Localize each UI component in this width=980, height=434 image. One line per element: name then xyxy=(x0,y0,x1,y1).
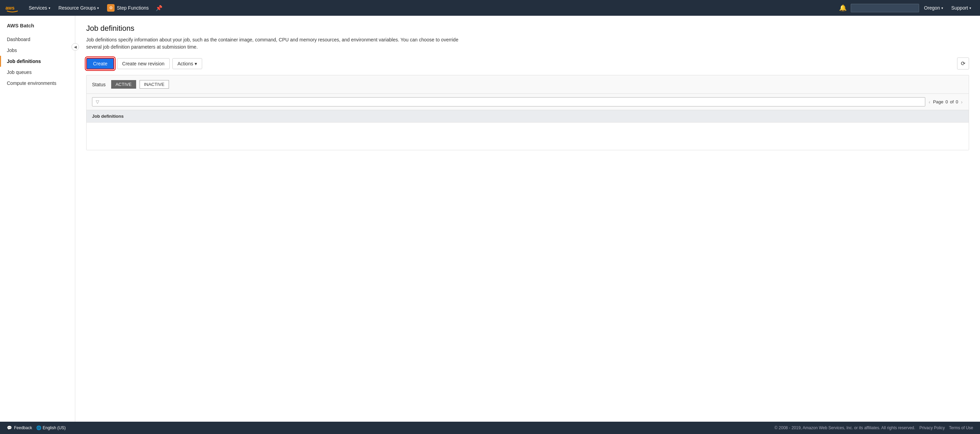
refresh-button[interactable]: ⟳ xyxy=(957,57,969,70)
page-current: 0 xyxy=(945,99,948,104)
language-selector[interactable]: 🌐 English (US) xyxy=(36,426,66,430)
sidebar: AWS Batch ◀ Dashboard Jobs Job definitio… xyxy=(0,16,75,422)
actions-button[interactable]: Actions ▾ xyxy=(172,58,202,69)
services-menu[interactable]: Services ▾ xyxy=(25,0,54,16)
step-functions-icon: ⚙ xyxy=(107,4,115,12)
toolbar: Create Create new revision Actions ▾ ⟳ xyxy=(86,57,969,70)
copyright-text: © 2008 - 2019, Amazon Web Services, Inc.… xyxy=(775,426,915,430)
feedback-chat-icon: 💬 xyxy=(7,426,12,430)
global-search-input[interactable] xyxy=(851,4,919,12)
region-caret: ▾ xyxy=(941,6,943,10)
sidebar-item-dashboard[interactable]: Dashboard xyxy=(0,34,75,45)
table-body xyxy=(86,123,969,150)
table-container: Status ACTIVE INACTIVE ▽ ‹ Page 0 of 0 › xyxy=(86,75,969,150)
resource-groups-caret: ▾ xyxy=(97,6,99,10)
inactive-status-button[interactable]: INACTIVE xyxy=(140,80,169,89)
footer: 💬 Feedback 🌐 English (US) © 2008 - 2019,… xyxy=(0,422,980,434)
globe-icon: 🌐 xyxy=(36,426,41,430)
resource-groups-menu[interactable]: Resource Groups ▾ xyxy=(54,0,103,16)
create-new-revision-button[interactable]: Create new revision xyxy=(117,58,170,69)
sidebar-item-compute-environments[interactable]: Compute environments xyxy=(0,78,75,89)
services-caret: ▾ xyxy=(49,6,50,10)
region-selector[interactable]: Oregon ▾ xyxy=(921,0,947,16)
filter-input-wrap: ▽ xyxy=(92,97,925,107)
active-status-button[interactable]: ACTIVE xyxy=(111,80,136,89)
status-filter-row: Status ACTIVE INACTIVE xyxy=(86,75,969,94)
bell-icon[interactable]: 🔔 xyxy=(836,4,850,12)
pin-icon[interactable]: 📌 xyxy=(153,5,165,11)
sidebar-item-jobs[interactable]: Jobs xyxy=(0,45,75,56)
sidebar-collapse-button[interactable]: ◀ xyxy=(72,43,79,51)
sidebar-brand: AWS Batch xyxy=(0,22,75,34)
terms-of-use-link[interactable]: Terms of Use xyxy=(949,426,973,430)
filter-row: ▽ ‹ Page 0 of 0 › xyxy=(86,94,969,110)
support-menu[interactable]: Support ▾ xyxy=(948,0,975,16)
page-of: of xyxy=(950,99,954,104)
support-caret: ▾ xyxy=(969,6,971,10)
sidebar-item-job-queues[interactable]: Job queues xyxy=(0,67,75,78)
feedback-button[interactable]: 💬 Feedback xyxy=(7,426,32,430)
top-navigation: aws Services ▾ Resource Groups ▾ ⚙ Step … xyxy=(0,0,980,16)
privacy-policy-link[interactable]: Privacy Policy xyxy=(920,426,945,430)
nav-right: 🔔 Oregon ▾ Support ▾ xyxy=(836,0,975,16)
table-column-header-job-definitions: Job definitions xyxy=(86,110,969,123)
prev-page-button[interactable]: ‹ xyxy=(928,99,931,105)
filter-icon: ▽ xyxy=(96,99,99,104)
actions-caret-icon: ▾ xyxy=(195,61,197,66)
page-description: Job definitions specify information abou… xyxy=(86,36,463,51)
page-label: Page xyxy=(933,99,943,104)
filter-input[interactable] xyxy=(101,99,921,104)
page-total: 0 xyxy=(956,99,958,104)
sidebar-item-job-definitions[interactable]: Job definitions xyxy=(0,56,75,67)
step-functions-label: ⚙ Step Functions xyxy=(103,0,153,16)
main-content: Job definitions Job definitions specify … xyxy=(75,16,980,422)
page-title: Job definitions xyxy=(86,24,969,33)
next-page-button[interactable]: › xyxy=(960,99,963,105)
aws-logo[interactable]: aws xyxy=(5,3,19,12)
create-button[interactable]: Create xyxy=(86,58,114,70)
pagination: ‹ Page 0 of 0 › xyxy=(928,99,963,105)
status-label: Status xyxy=(92,82,106,87)
svg-text:aws: aws xyxy=(5,5,15,11)
